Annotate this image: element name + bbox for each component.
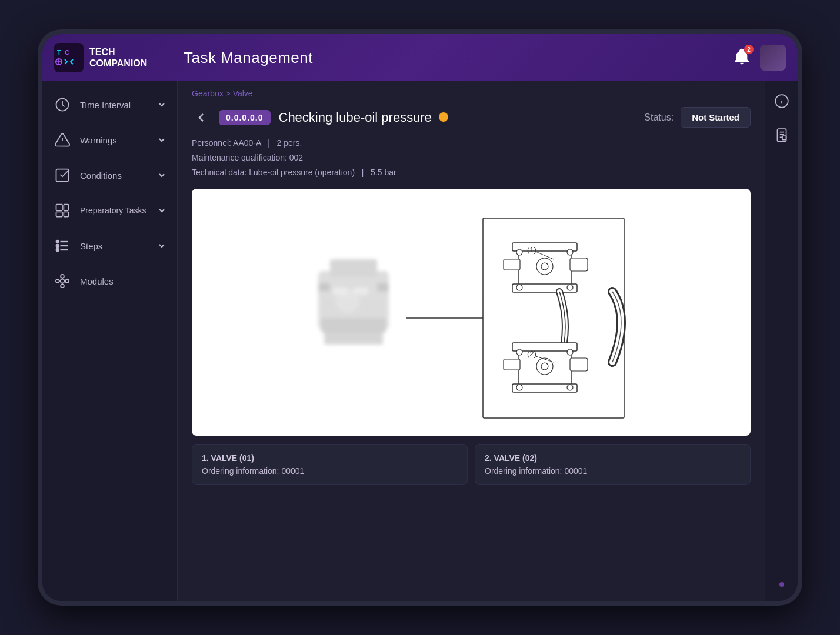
sidebar-item-modules[interactable]: Modules	[42, 263, 177, 299]
sidebar-item-steps[interactable]: Steps	[42, 228, 177, 263]
svg-point-16	[56, 249, 59, 252]
svg-text:(2): (2)	[527, 349, 536, 358]
right-panel-dot	[779, 582, 784, 587]
steps-icon	[53, 236, 72, 255]
header-actions: 2	[732, 45, 786, 71]
chevron-down-icon	[157, 135, 166, 145]
breadcrumb: Gearbox > Valve	[178, 81, 765, 103]
status-badge[interactable]: Not Started	[681, 107, 751, 128]
svg-rect-0	[54, 43, 84, 72]
svg-point-23	[61, 275, 64, 278]
notification-badge: 2	[744, 45, 754, 54]
svg-point-22	[65, 279, 69, 283]
task-meta: Personnel: AA00-A | 2 pers. Maintenance …	[178, 136, 765, 189]
document-button[interactable]	[770, 123, 794, 147]
svg-point-47	[516, 249, 522, 255]
svg-point-20	[61, 279, 65, 283]
sidebar-label-time-interval: Time Interval	[80, 100, 149, 110]
svg-text:C: C	[65, 49, 69, 56]
back-button[interactable]	[192, 108, 211, 127]
status-label: Status:	[644, 112, 674, 123]
svg-point-61	[567, 349, 573, 355]
svg-point-48	[567, 249, 573, 255]
svg-point-15	[56, 245, 59, 248]
logo-icon: T C	[54, 43, 84, 72]
svg-point-14	[56, 240, 59, 243]
logo-area: T C TECH COMPANION	[54, 43, 184, 72]
sidebar-item-conditions[interactable]: Conditions	[42, 158, 177, 193]
svg-point-63	[567, 385, 573, 390]
svg-point-65	[541, 363, 548, 370]
time-interval-icon	[53, 95, 72, 114]
notification-button[interactable]: 2	[732, 47, 751, 68]
svg-rect-10	[56, 205, 63, 211]
modules-icon	[53, 272, 72, 290]
part-2-ordering: Ordering information: 00001	[485, 464, 741, 477]
sidebar-item-warnings[interactable]: Warnings	[42, 122, 177, 158]
right-panel	[765, 81, 798, 601]
sidebar-label-conditions: Conditions	[80, 171, 149, 181]
task-id-badge: 0.0.0.0.0	[219, 110, 271, 125]
svg-rect-46	[570, 258, 588, 271]
user-avatar[interactable]	[760, 45, 786, 71]
svg-rect-11	[56, 212, 63, 216]
parts-row: 1. VALVE (01) Ordering information: 0000…	[178, 436, 765, 494]
personnel-info: Personnel: AA00-A | 2 pers.	[192, 136, 751, 151]
svg-point-49	[516, 285, 522, 290]
warnings-icon	[53, 131, 72, 149]
svg-rect-39	[354, 288, 368, 295]
breadcrumb-text: Gearbox > Valve	[192, 89, 253, 98]
sidebar-item-time-interval[interactable]: Time Interval	[42, 87, 177, 122]
technical-diagram: (1)	[192, 189, 751, 436]
svg-rect-13	[64, 212, 68, 216]
header-title: Task Management	[184, 49, 732, 67]
svg-point-60	[516, 349, 522, 355]
svg-rect-59	[570, 358, 588, 371]
preparatory-tasks-icon	[53, 201, 72, 220]
svg-rect-75	[782, 136, 786, 140]
content-area: Gearbox > Valve 0.0.0.0.0 Checking lube-…	[178, 81, 765, 601]
svg-rect-31	[330, 259, 377, 277]
part-1-ordering: Ordering information: 00001	[202, 464, 458, 477]
svg-rect-45	[504, 259, 520, 270]
svg-rect-58	[504, 359, 520, 370]
svg-rect-12	[64, 205, 68, 211]
part-card-1: 1. VALVE (01) Ordering information: 0000…	[192, 444, 468, 486]
technical-data-info: Technical data: Lube-oil pressure (opera…	[192, 165, 751, 180]
svg-point-62	[516, 385, 522, 390]
sidebar-item-preparatory-tasks[interactable]: Preparatory Tasks	[42, 193, 177, 228]
svg-text:T: T	[57, 49, 61, 56]
tablet-frame: T C TECH COMPANION Task Management 2	[38, 29, 802, 606]
main-layout: Time Interval Warnings Con	[42, 81, 798, 601]
conditions-icon	[53, 166, 72, 185]
part-2-name: 2. VALVE (02)	[485, 452, 741, 464]
svg-point-50	[567, 285, 573, 290]
chevron-down-icon	[157, 241, 166, 250]
svg-text:(1): (1)	[527, 245, 536, 254]
sidebar: Time Interval Warnings Con	[42, 81, 178, 601]
status-area: Status: Not Started	[644, 107, 751, 128]
sidebar-label-steps: Steps	[80, 241, 149, 251]
sidebar-label-modules: Modules	[80, 276, 166, 286]
svg-rect-35	[377, 283, 389, 292]
svg-rect-34	[318, 283, 330, 292]
task-header: 0.0.0.0.0 Checking lube-oil pressure Sta…	[178, 103, 765, 136]
task-title: Checking lube-oil pressure	[279, 110, 636, 125]
status-dot	[439, 112, 448, 122]
svg-point-52	[541, 263, 548, 270]
header: T C TECH COMPANION Task Management 2	[42, 34, 798, 81]
qualification-info: Maintenance qualification: 002	[192, 151, 751, 165]
diagram-svg: (1)	[301, 200, 642, 424]
avatar-image	[760, 45, 786, 71]
svg-rect-9	[56, 169, 69, 182]
svg-rect-56	[512, 343, 577, 351]
part-card-2: 2. VALVE (02) Ordering information: 0000…	[475, 444, 751, 486]
chevron-down-icon	[157, 171, 166, 180]
svg-point-24	[61, 284, 64, 288]
svg-point-21	[56, 279, 59, 283]
svg-rect-33	[324, 333, 383, 345]
info-button[interactable]	[770, 89, 794, 113]
svg-rect-32	[321, 318, 386, 333]
logo-text: TECH COMPANION	[89, 46, 147, 69]
svg-rect-38	[333, 288, 348, 295]
